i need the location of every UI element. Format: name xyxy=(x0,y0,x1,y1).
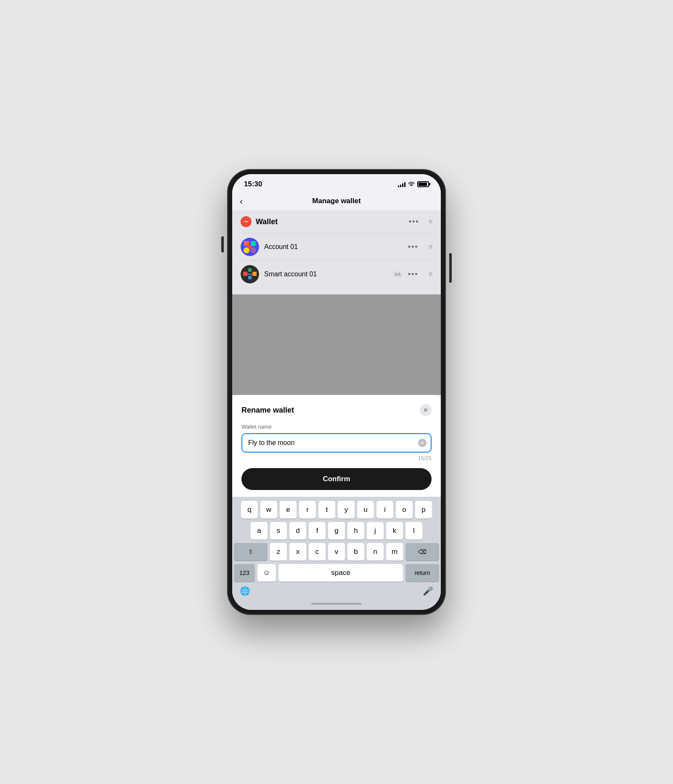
nav-title: Manage wallet xyxy=(312,197,360,205)
key-y[interactable]: y xyxy=(338,501,355,519)
status-bar: 15:30 xyxy=(232,174,441,192)
input-label: Wallet name xyxy=(241,424,432,430)
wallet-name-input[interactable] xyxy=(241,433,432,453)
svg-rect-10 xyxy=(248,276,252,279)
key-i[interactable]: i xyxy=(376,501,393,519)
return-key[interactable]: return xyxy=(405,564,439,582)
modal-title: Rename wallet xyxy=(241,406,294,415)
key-p[interactable]: p xyxy=(415,501,432,519)
modal-close-button[interactable]: ✕ xyxy=(420,404,432,416)
keyboard-row-3: ⇧ z x c v b n m ⌫ xyxy=(234,543,439,561)
smart-account-item: Smart account 01 AA ••• ≡ xyxy=(241,260,432,288)
svg-rect-5 xyxy=(248,245,252,249)
wallet-section: − Wallet ••• ≡ xyxy=(232,210,441,233)
key-n[interactable]: n xyxy=(367,543,384,561)
status-time: 15:30 xyxy=(244,180,262,188)
signal-bars-icon xyxy=(398,181,405,187)
modal-header: Rename wallet ✕ xyxy=(241,404,432,416)
smart-account-dots-menu[interactable]: ••• xyxy=(408,270,419,279)
wallet-icon: − xyxy=(241,216,252,227)
wallet-header: − Wallet ••• ≡ xyxy=(241,216,432,227)
battery-icon xyxy=(417,181,429,187)
smart-account-tag: AA xyxy=(392,271,403,278)
status-icons xyxy=(398,181,429,188)
key-c[interactable]: c xyxy=(309,543,326,561)
numbers-key[interactable]: 123 xyxy=(234,564,255,582)
key-v[interactable]: v xyxy=(328,543,345,561)
key-d[interactable]: d xyxy=(289,522,306,540)
smart-account-name: Smart account 01 xyxy=(264,270,385,278)
svg-rect-11 xyxy=(246,273,253,275)
input-clear-button[interactable]: ✕ xyxy=(418,439,427,447)
mic-icon[interactable]: 🎤 xyxy=(423,586,433,596)
accounts-list: Account 01 ••• ≡ xyxy=(232,233,441,294)
key-w[interactable]: w xyxy=(260,501,277,519)
key-g[interactable]: g xyxy=(328,522,345,540)
key-m[interactable]: m xyxy=(386,543,403,561)
rename-wallet-modal: Rename wallet ✕ Wallet name ✕ 15/25 Conf… xyxy=(232,395,441,497)
key-s[interactable]: s xyxy=(270,522,287,540)
delete-key[interactable]: ⌫ xyxy=(405,543,439,561)
phone-screen: 15:30 ‹ Manage wallet xyxy=(232,174,441,610)
confirm-button[interactable]: Confirm xyxy=(241,468,432,490)
account-01-avatar xyxy=(241,238,259,256)
key-o[interactable]: o xyxy=(396,501,413,519)
account-item: Account 01 ••• ≡ xyxy=(241,233,432,260)
smart-account-avatar xyxy=(241,265,259,283)
key-x[interactable]: x xyxy=(289,543,306,561)
emoji-key[interactable]: ☺ xyxy=(257,564,276,582)
input-wrapper: ✕ xyxy=(241,433,432,453)
key-h[interactable]: h xyxy=(347,522,364,540)
key-b[interactable]: b xyxy=(347,543,364,561)
account-01-dots-menu[interactable]: ••• xyxy=(408,243,419,252)
wallet-name: Wallet xyxy=(256,217,405,226)
keyboard-row-2: a s d f g h j k l xyxy=(234,522,439,540)
space-key[interactable]: space xyxy=(278,564,403,582)
key-r[interactable]: r xyxy=(299,501,316,519)
key-a[interactable]: a xyxy=(251,522,268,540)
key-q[interactable]: q xyxy=(241,501,258,519)
key-j[interactable]: j xyxy=(367,522,384,540)
globe-icon[interactable]: 🌐 xyxy=(240,586,250,596)
key-e[interactable]: e xyxy=(280,501,297,519)
phone-frame: 15:30 ‹ Manage wallet xyxy=(227,169,446,615)
key-u[interactable]: u xyxy=(357,501,374,519)
key-k[interactable]: k xyxy=(386,522,403,540)
key-z[interactable]: z xyxy=(270,543,287,561)
back-button[interactable]: ‹ xyxy=(240,196,243,206)
nav-bar: ‹ Manage wallet xyxy=(232,192,441,210)
page-wrapper: 15:30 ‹ Manage wallet xyxy=(0,0,673,784)
wallet-dots-menu[interactable]: ••• xyxy=(409,217,419,226)
smart-account-drag-handle[interactable]: ≡ xyxy=(429,270,432,278)
account-01-name: Account 01 xyxy=(264,243,403,251)
svg-rect-8 xyxy=(248,268,252,272)
wallet-drag-handle[interactable]: ≡ xyxy=(429,218,432,225)
wifi-icon xyxy=(408,181,415,188)
key-f[interactable]: f xyxy=(309,522,326,540)
key-l[interactable]: l xyxy=(405,522,422,540)
char-count: 15/25 xyxy=(241,455,432,461)
home-indicator xyxy=(311,603,362,605)
keyboard-bottom-row: 123 ☺ space return xyxy=(234,564,439,582)
account-01-drag-handle[interactable]: ≡ xyxy=(429,243,432,251)
keyboard-row-1: q w e r t y u i o p xyxy=(234,501,439,519)
keyboard-icon-row: 🌐 🎤 xyxy=(234,583,439,598)
shift-key[interactable]: ⇧ xyxy=(234,543,268,561)
dimmed-content: − Wallet ••• ≡ xyxy=(232,210,441,395)
key-t[interactable]: t xyxy=(318,501,335,519)
keyboard: q w e r t y u i o p a s d f g xyxy=(232,497,441,600)
